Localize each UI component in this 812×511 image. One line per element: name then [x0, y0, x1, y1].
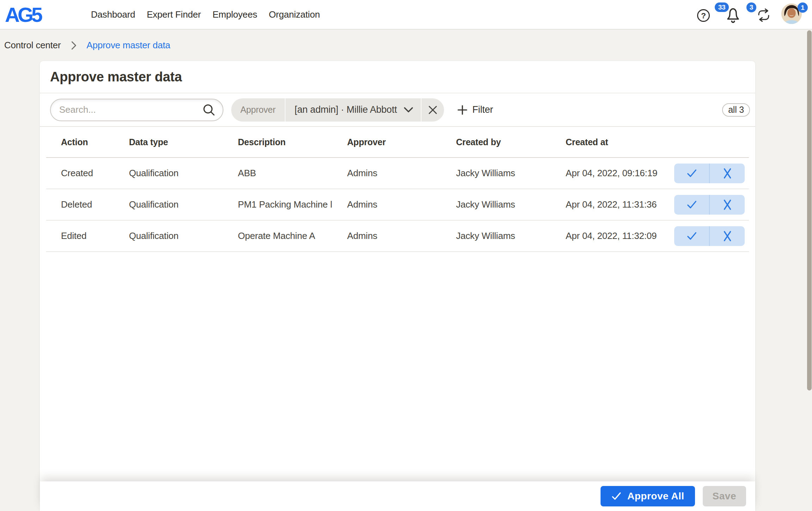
help-icon[interactable]: ?	[696, 8, 710, 23]
ag5-logo[interactable]: AG5	[5, 3, 41, 26]
check-icon	[686, 230, 698, 242]
breadcrumb: Control center Approve master data	[0, 30, 812, 61]
search-box	[50, 99, 223, 121]
filter-chip-remove-icon[interactable]	[422, 98, 444, 122]
filter-chip-value-text: [an admin] · Millie Abbott	[295, 104, 397, 115]
check-icon	[686, 167, 698, 179]
vertical-scrollbar-thumb[interactable]	[807, 30, 812, 390]
x-icon	[722, 168, 733, 179]
plus-icon	[457, 105, 467, 115]
master-data-table: Action Data type Description Approver Cr…	[46, 127, 749, 252]
cell-data-type: Qualification	[114, 199, 223, 210]
cell-description: Operate Machine A	[223, 230, 332, 241]
sync-icon[interactable]	[756, 8, 771, 23]
cell-created-at: Apr 04, 2022, 11:31:36 ...	[551, 199, 659, 210]
cell-action: Edited	[46, 230, 114, 241]
chevron-down-icon	[403, 106, 414, 113]
table-header-row: Action Data type Description Approver Cr…	[46, 127, 749, 158]
column-header-created-at: Created at	[551, 137, 659, 147]
approve-row-button[interactable]	[674, 226, 710, 246]
check-icon	[611, 491, 622, 501]
reject-row-button[interactable]	[710, 195, 745, 215]
cell-data-type: Qualification	[114, 230, 223, 241]
reject-row-button[interactable]	[710, 226, 745, 246]
cell-description: ABB	[223, 168, 332, 179]
table-row: Created Qualification ABB Admins Jacky W…	[46, 158, 749, 189]
breadcrumb-approve-master-data[interactable]: Approve master data	[87, 40, 171, 51]
filter-chip-label: Approver	[231, 98, 285, 122]
notifications-count-badge: 33	[715, 2, 729, 12]
check-icon	[686, 199, 698, 211]
nav-item-dashboard[interactable]: Dashboard	[91, 9, 135, 20]
approve-all-label: Approve All	[627, 491, 684, 502]
cell-created-by: Jacky Williams	[441, 168, 551, 179]
add-filter-label: Filter	[472, 104, 493, 115]
cell-action: Created	[46, 168, 114, 179]
cell-data-type: Qualification	[114, 168, 223, 179]
card-title-row: Approve master data	[40, 61, 755, 93]
save-button[interactable]: Save	[703, 486, 746, 506]
cell-created-at: Apr 04, 2022, 09:16:19 ...	[551, 168, 659, 179]
cell-created-by: Jacky Williams	[441, 230, 551, 241]
main-nav: Dashboard Expert Finder Employees Organi…	[91, 0, 320, 29]
approve-all-button[interactable]: Approve All	[601, 486, 695, 506]
cell-action: Deleted	[46, 199, 114, 210]
cell-created-by: Jacky Williams	[441, 199, 551, 210]
approver-filter-chip: Approver [an admin] · Millie Abbott	[231, 98, 444, 122]
table-row: Deleted Qualification PM1 Packing Machin…	[46, 189, 749, 221]
x-icon	[722, 230, 733, 242]
nav-item-expert-finder[interactable]: Expert Finder	[147, 9, 201, 20]
approve-row-button[interactable]	[674, 195, 710, 215]
row-actions	[659, 164, 749, 183]
column-header-created-by: Created by	[441, 137, 551, 147]
cell-approver: Admins	[332, 199, 441, 210]
page-title: Approve master data	[50, 69, 182, 85]
row-action-button-group	[674, 195, 745, 215]
save-label: Save	[713, 491, 736, 502]
search-icon[interactable]	[202, 103, 216, 117]
cell-description: PM1 Packing Machine line	[223, 199, 332, 210]
results-count-badge: all 3	[722, 103, 750, 117]
cell-approver: Admins	[332, 230, 441, 241]
cell-created-at: Apr 04, 2022, 11:32:09 ...	[551, 230, 659, 241]
approve-row-button[interactable]	[674, 164, 710, 183]
chevron-right-icon	[71, 41, 77, 50]
column-header-description: Description	[223, 137, 332, 147]
filter-row: Approver [an admin] · Millie Abbott	[40, 93, 755, 127]
row-actions	[659, 226, 749, 246]
table-row: Edited Qualification Operate Machine A A…	[46, 221, 749, 252]
add-filter-button[interactable]: Filter	[457, 104, 493, 115]
footer-action-bar: Approve All Save	[40, 481, 755, 511]
svg-text:?: ?	[701, 11, 706, 20]
x-icon	[722, 199, 733, 210]
avatar-count-badge: 1	[798, 2, 808, 13]
breadcrumb-control-center[interactable]: Control center	[4, 40, 61, 51]
column-header-data-type: Data type	[114, 137, 223, 147]
cell-approver: Admins	[332, 168, 441, 179]
column-header-approver: Approver	[332, 137, 441, 147]
top-nav: AG5 Dashboard Expert Finder Employees Or…	[0, 0, 812, 30]
filter-chip-value-dropdown[interactable]: [an admin] · Millie Abbott	[285, 98, 421, 122]
row-actions	[659, 195, 749, 215]
reject-row-button[interactable]	[710, 164, 745, 183]
nav-item-employees[interactable]: Employees	[213, 9, 257, 20]
row-action-button-group	[674, 226, 745, 246]
search-input[interactable]	[59, 104, 202, 116]
sync-count-badge: 3	[746, 2, 756, 12]
row-action-button-group	[674, 164, 745, 183]
column-header-action: Action	[46, 137, 114, 147]
nav-item-organization[interactable]: Organization	[269, 9, 320, 20]
approve-master-data-card: Approve master data Approver [an admin] …	[40, 61, 755, 511]
